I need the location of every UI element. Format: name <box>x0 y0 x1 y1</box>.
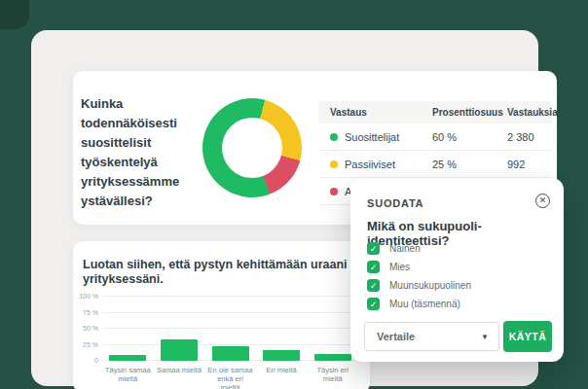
legend-dot-icon <box>330 188 338 195</box>
compare-dropdown-value: Vertaile <box>377 331 481 342</box>
checkbox-checked-icon[interactable]: ✓ <box>367 242 380 255</box>
filter-options: ✓Nainen✓Mies✓Muunsukupuolinen✓Muu (täsme… <box>367 239 471 313</box>
nps-question-title: Kuinka todennäköisesti suosittelisit työ… <box>81 94 200 211</box>
column-header: Prosenttiosuus <box>421 107 496 118</box>
gridline: 75 % <box>102 312 358 313</box>
checkbox-checked-icon[interactable]: ✓ <box>367 298 380 310</box>
y-tick-label: 0 <box>77 357 98 364</box>
apply-button[interactable]: KÄYTÄ <box>503 321 552 352</box>
y-tick-label: 75 % <box>77 309 98 316</box>
bar-chart-title: Luotan siihen, että pystyn kehittämään u… <box>83 258 363 287</box>
checkbox-checked-icon[interactable]: ✓ <box>367 279 380 292</box>
filter-option[interactable]: ✓Mies <box>367 258 471 276</box>
filter-option[interactable]: ✓Muu (täsmennä) <box>367 295 471 313</box>
gridline: 100 % <box>102 296 358 297</box>
y-tick-label: 25 % <box>77 341 98 348</box>
column-header: Vastaus <box>318 107 421 118</box>
chevron-down-icon: ▼ <box>481 333 489 341</box>
filter-panel: SUODATA ✕ Mikä on sukupuoli-identiteetti… <box>350 178 564 362</box>
filter-option[interactable]: ✓Nainen <box>367 239 471 258</box>
answer-label: Passiiviset <box>345 159 395 170</box>
checkbox-checked-icon[interactable]: ✓ <box>367 261 380 273</box>
close-icon[interactable]: ✕ <box>535 194 550 208</box>
gridline: 25 % <box>102 344 358 345</box>
bar <box>314 354 351 361</box>
x-axis-label: Eri mieltä <box>256 366 308 389</box>
confidence-card: Luotan siihen, että pystyn kehittämään u… <box>73 241 370 389</box>
option-label: Nainen <box>389 243 421 254</box>
x-axis-label: Täysin eri mieltä <box>307 366 358 389</box>
nps-table-header: VastausProsenttiosuusVastauksia <box>318 101 552 124</box>
gridline: 50 % <box>102 328 358 329</box>
nps-donut-chart <box>202 98 302 197</box>
filter-panel-title: SUODATA <box>367 197 423 209</box>
answer-label: Suosittelijat <box>345 131 399 143</box>
option-label: Muunsukupuolinen <box>389 280 471 291</box>
percent-value: 60 % <box>421 131 496 143</box>
table-row: Passiiviset25 %992 <box>318 151 552 178</box>
count-value: 992 <box>496 159 552 170</box>
x-axis-label: Täysin samaa mieltä <box>102 366 154 389</box>
column-header: Vastauksia <box>496 107 558 118</box>
option-label: Muu (täsmennä) <box>389 299 460 309</box>
legend-dot-icon <box>330 133 338 141</box>
dashboard-screen: Kuinka todennäköisesti suosittelisit työ… <box>0 0 588 389</box>
x-axis-label: Samaa mieltä <box>154 366 205 389</box>
bar-xlabels: Täysin samaa mieltäSamaa mieltäEn ole sa… <box>102 366 358 389</box>
bar <box>263 350 300 361</box>
option-label: Mies <box>389 262 410 272</box>
x-axis-label: En ole samaa enkä eri mieltä <box>204 366 256 389</box>
bar-plot: 100 %75 %50 %25 %0 <box>102 297 358 361</box>
bar <box>161 339 198 361</box>
y-tick-label: 100 % <box>77 293 98 300</box>
bar <box>212 346 249 361</box>
legend-dot-icon <box>330 160 338 168</box>
y-tick-label: 50 % <box>77 325 98 332</box>
compare-dropdown[interactable]: Vertaile ▼ <box>364 322 499 351</box>
bar <box>109 355 146 361</box>
corner-accent-shape <box>0 0 29 29</box>
filter-option[interactable]: ✓Muunsukupuolinen <box>367 276 471 295</box>
count-value: 2 380 <box>496 131 552 143</box>
table-row: Suosittelijat60 %2 380 <box>318 124 552 151</box>
donut-hole <box>222 118 282 178</box>
percent-value: 25 % <box>421 159 496 170</box>
